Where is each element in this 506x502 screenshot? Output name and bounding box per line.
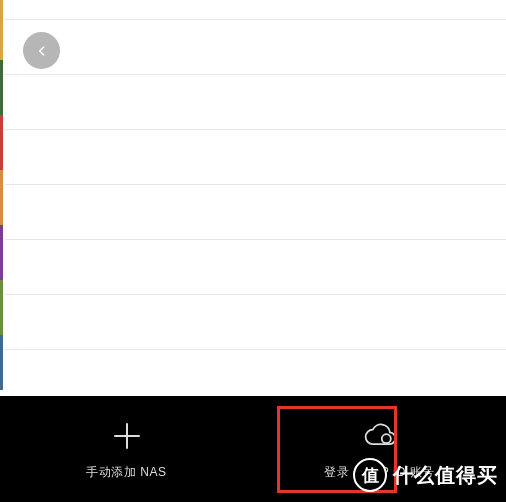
nas-list bbox=[5, 0, 506, 350]
add-nas-button[interactable]: 手动添加 NAS bbox=[0, 396, 253, 502]
list-item[interactable] bbox=[5, 130, 506, 185]
add-nas-label: 手动添加 NAS bbox=[86, 464, 166, 481]
cloud-icon bbox=[362, 418, 398, 454]
plus-icon bbox=[109, 418, 145, 454]
list-item[interactable] bbox=[5, 295, 506, 350]
list-item[interactable] bbox=[5, 185, 506, 240]
list-item[interactable] bbox=[5, 240, 506, 295]
list-item[interactable] bbox=[5, 0, 506, 20]
watermark-badge: 值 bbox=[353, 458, 387, 492]
watermark: 值 什么值得买 bbox=[353, 458, 498, 492]
watermark-text: 什么值得买 bbox=[393, 462, 498, 489]
svg-point-0 bbox=[381, 434, 390, 443]
list-item[interactable] bbox=[5, 75, 506, 130]
list-item[interactable] bbox=[5, 20, 506, 75]
edge-color-strip bbox=[0, 0, 3, 396]
